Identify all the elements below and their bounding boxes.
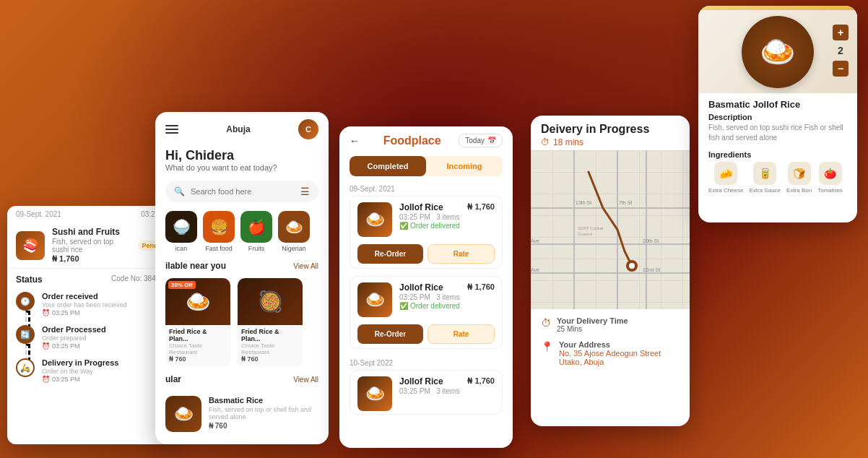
step-time-processed: ⏰03:25 PM <box>42 342 172 350</box>
tab-completed[interactable]: Completed <box>350 156 426 176</box>
location-display: Abuja <box>226 124 250 134</box>
delivery-eta: ⏱ 18 mins <box>541 137 680 147</box>
greeting-section: Hi, Chidera What do you want to eat toda… <box>155 144 329 175</box>
location-icon: 📍 <box>541 341 553 353</box>
date-filter[interactable]: Today 📅 <box>459 134 503 147</box>
reorder-button-1[interactable]: Re-Order <box>357 244 423 264</box>
order-desc: Fish, served on top sushi rice <box>52 238 131 254</box>
order-price: ₦ 1,760 <box>52 254 131 264</box>
step-name-received: Order received <box>42 292 172 301</box>
step-time-delivery: ⏰03:25 PM <box>42 376 172 383</box>
step-sub-delivery: Order on the Way <box>42 368 172 375</box>
svg-text:20th St: 20th St <box>643 238 659 243</box>
search-input[interactable] <box>191 187 295 196</box>
item-name: Basmatic Jollof Rice <box>708 99 847 110</box>
search-bar[interactable]: 🔍 ☰ <box>165 181 318 202</box>
order-2-status: ✅Order delivered <box>399 302 495 310</box>
rate-button-1[interactable]: Rate <box>428 244 495 264</box>
ingredient-sauce: 🥫 Extra Sauce <box>749 162 781 194</box>
screen-delivery: Deivery in Progress ⏱ 18 mins <box>531 116 690 426</box>
food-card-1-price: ₦ 760 <box>169 355 227 363</box>
filter-icon[interactable]: ☰ <box>300 186 310 197</box>
delivery-info: ⏱ Your Delivery Time 25 Mins 📍 Your Addr… <box>531 309 690 381</box>
popular-item-1[interactable]: 🍛 Basmatic Rice Fish, served on top or s… <box>165 396 318 432</box>
qty-increase-button[interactable]: + <box>833 25 849 40</box>
greeting-text: Hi, Chidera <box>165 148 318 163</box>
svg-text:Ave: Ave <box>531 267 539 272</box>
date-filter-label: Today <box>465 137 485 144</box>
category-fruits[interactable]: 🍎 Fruits <box>240 211 272 252</box>
menu-button[interactable] <box>165 125 178 134</box>
category-list: 🍚 ican 🍔 Fast food 🍎 Fruits 🍛 Nigerian <box>155 208 329 258</box>
delivery-address-label: Your Address <box>559 340 680 349</box>
popular-title: ular <box>165 374 181 384</box>
search-icon: 🔍 <box>174 186 185 196</box>
order-info: Sushi and Fruits Fish, served on top sus… <box>52 227 131 264</box>
ingredient-bun-label: Extra Bun <box>786 187 812 194</box>
order-1-name: Jollof Rice <box>399 202 443 212</box>
ingredient-list: 🧀 Extra Cheese 🥫 Extra Sauce 🍞 Extra Bun… <box>708 162 847 194</box>
category-fruits-img: 🍎 <box>240 211 272 243</box>
category-fastfood-img: 🍔 <box>203 211 235 243</box>
popular-item-1-price: ₦ 760 <box>209 422 318 430</box>
order-header: 🍣 Sushi and Fruits Fish, served on top s… <box>7 220 181 269</box>
delivery-time-value: 25 Mins <box>557 325 628 333</box>
order-item-2-img: 🍛 <box>357 282 392 317</box>
popular-section: 🍛 Basmatic Rice Fish, served on top or s… <box>155 387 329 436</box>
quantity-controls: + 2 − <box>833 25 849 77</box>
step-icon-delivery: 🛵 <box>16 358 35 377</box>
tab-incoming[interactable]: Incoming <box>426 156 503 176</box>
popular-item-1-info: Basmatic Rice Fish, served on top or she… <box>209 396 318 430</box>
order-tabs: Completed Incoming <box>350 156 503 176</box>
qty-decrease-button[interactable]: − <box>833 61 849 77</box>
category-fastfood[interactable]: 🍔 Fast food <box>203 211 235 252</box>
category-nigerian[interactable]: 🍛 Nigerian <box>278 211 310 252</box>
step-time-received: ⏰03:25 PM <box>42 309 172 316</box>
category-african[interactable]: 🍚 ican <box>165 211 197 252</box>
food-card-2[interactable]: 🥘 Fried Rice & Plan... Choice Taste Rest… <box>238 278 303 367</box>
step-sub-processed: Order prepared <box>42 334 172 342</box>
popular-header: ular View All <box>155 371 329 387</box>
order-item-3-top: 🍛 Jollof Rice ₦ 1,760 03:25 PM 3 items <box>350 371 502 414</box>
screens-container: 09-Sept. 2021 03:25 PM 🍣 Sushi and Fruit… <box>0 0 868 458</box>
step-name-delivery: Delivery in Progress <box>42 358 172 367</box>
orders-page-title: Foodplace <box>365 134 459 147</box>
order-1-price: ₦ 1,760 <box>467 202 495 212</box>
user-avatar[interactable]: C <box>298 119 318 139</box>
order-item-3-info: Jollof Rice ₦ 1,760 03:25 PM 3 items <box>399 376 495 396</box>
nearby-view-all[interactable]: View All <box>293 262 318 270</box>
screen-order-status: 09-Sept. 2021 03:25 PM 🍣 Sushi and Fruit… <box>7 206 181 444</box>
step-name-processed: Order Processed <box>42 325 172 334</box>
item-image-area: 🍛 + 2 − <box>698 10 857 93</box>
order-item-3-img: 🍛 <box>357 376 392 411</box>
order-item-1-top: 🍛 Jollof Rice ₦ 1,760 03:25 PM 3 items ✅… <box>350 196 502 240</box>
order-2-price: ₦ 1,760 <box>467 282 495 293</box>
ingredient-sauce-label: Extra Sauce <box>749 187 781 194</box>
category-african-label: ican <box>175 245 188 252</box>
step-sub-received: Your order has been received <box>42 301 172 308</box>
delivery-title: Deivery in Progress <box>541 123 680 136</box>
item-title-bar: Basmatic Jollof Rice Description Fish, s… <box>698 93 857 144</box>
svg-text:Ave: Ave <box>531 238 539 243</box>
order-1-meta: 03:25 PM 3 items <box>399 213 495 221</box>
reorder-button-2[interactable]: Re-Order <box>357 324 423 344</box>
back-button[interactable]: ← <box>350 135 360 147</box>
calendar-icon: 📅 <box>487 137 496 144</box>
delivery-time-label: Your Delivery Time <box>557 316 628 325</box>
category-fastfood-label: Fast food <box>205 245 233 252</box>
food-card-2-img: 🥘 <box>238 278 303 325</box>
step-processed: 🔄 Order Processed Order prepared ⏰03:25 … <box>16 325 172 350</box>
food-card-1[interactable]: 🍛 20% Off Fried Rice & Plan... Choice Ta… <box>165 278 230 367</box>
delivery-address-row: 📍 Your Address No. 35 Ajose Adeogun Stre… <box>541 340 680 366</box>
description-title: Description <box>708 113 847 121</box>
order-2-meta: 03:25 PM 3 items <box>399 293 495 301</box>
delivery-time-info: Your Delivery Time 25 Mins <box>557 316 628 333</box>
rate-button-2[interactable]: Rate <box>428 324 495 344</box>
ingredient-cheese-label: Extra Cheese <box>708 187 743 194</box>
popular-view-all[interactable]: View All <box>293 376 318 384</box>
food-card-1-info: Fried Rice & Plan... Choice Taste Restau… <box>165 325 230 367</box>
food-card-1-name: Fried Rice & Plan... <box>169 328 227 342</box>
order-date: 09-Sept. 2021 <box>16 210 61 218</box>
greeting-sub: What do you want to eat today? <box>165 163 318 172</box>
svg-text:13th St: 13th St <box>576 200 591 205</box>
